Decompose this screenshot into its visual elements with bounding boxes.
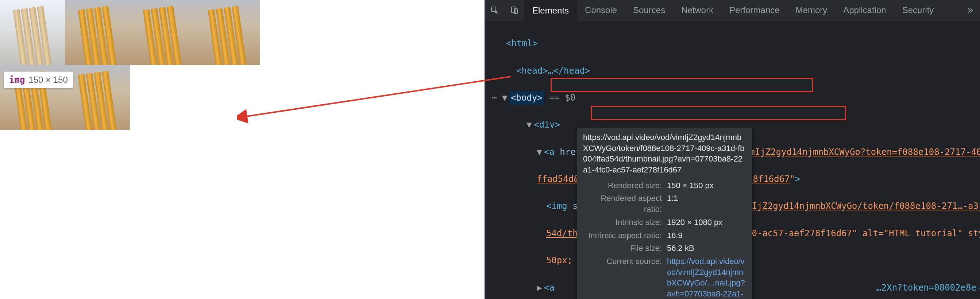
inspect-element-icon[interactable] (488, 4, 501, 16)
tab-security[interactable]: Security (894, 0, 942, 21)
thumbnail-image[interactable] (65, 65, 130, 130)
tab-memory[interactable]: Memory (788, 0, 835, 21)
tab-performance[interactable]: Performance (721, 0, 788, 21)
intrinsic-aspect-ratio-value: 16:9 (667, 230, 746, 241)
tab-elements[interactable]: Elements (524, 0, 577, 21)
tooltip-tag-name: img (9, 75, 25, 85)
device-toolbar-icon[interactable] (508, 4, 521, 16)
thumbnail-grid (0, 0, 263, 130)
tab-sources[interactable]: Sources (625, 0, 673, 21)
current-source-value[interactable]: https://vod.api.video/vod/vimIjZ2gyd14nj… (667, 256, 746, 299)
rendered-page-preview: img 150 × 150 (0, 0, 285, 299)
thumbnail-image[interactable] (0, 0, 65, 65)
tooltip-url: https://vod.api.video/vod/vimIjZ2gyd14nj… (583, 132, 746, 175)
tab-network[interactable]: Network (673, 0, 721, 21)
intrinsic-size-value: 1920 × 1080 px (667, 217, 746, 228)
image-details-tooltip: https://vod.api.video/vod/vimIjZ2gyd14nj… (577, 127, 752, 299)
thumbnail-image[interactable] (65, 0, 130, 65)
rendered-aspect-ratio-value: 1:1 (667, 193, 746, 215)
devtools-tabbar: Elements Console Sources Network Perform… (485, 0, 980, 21)
tab-application[interactable]: Application (835, 0, 894, 21)
file-size-value: 56.2 kB (667, 243, 746, 254)
element-dimensions-tooltip: img 150 × 150 (4, 72, 73, 88)
tab-overflow-button[interactable]: » (961, 4, 980, 16)
tooltip-dimensions: 150 × 150 (29, 75, 67, 85)
selected-body-element[interactable]: <body> (509, 91, 544, 105)
rendered-size-value: 150 × 150 px (667, 180, 746, 191)
tab-console[interactable]: Console (577, 0, 625, 21)
thumbnail-image[interactable] (130, 0, 195, 65)
thumbnail-image[interactable] (195, 0, 260, 65)
